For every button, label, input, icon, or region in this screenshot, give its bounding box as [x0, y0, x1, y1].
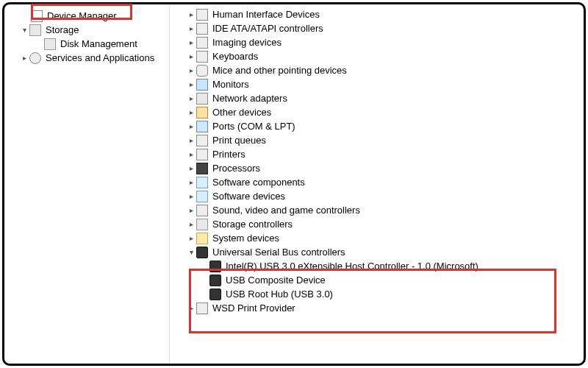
- storage-icon: [29, 24, 41, 36]
- usb-icon: [196, 247, 208, 258]
- tree-item-label: Network adapters: [211, 92, 289, 105]
- keyboard-icon: [196, 51, 208, 63]
- tree-item-wsd-print-provider[interactable]: ▸ WSD Print Provider: [173, 301, 578, 315]
- tree-item-storage[interactable]: ▾ Storage: [9, 23, 166, 37]
- tree-item-label: WSD Print Provider: [211, 302, 297, 314]
- tree-item-label: Keyboards: [211, 50, 259, 63]
- mouse-icon: [196, 65, 208, 77]
- chevron-right-icon[interactable]: ▸: [186, 234, 196, 242]
- tree-item-swdev[interactable]: ▸Software devices: [173, 189, 578, 203]
- tree-item-label: USB Root Hub (USB 3.0): [224, 288, 334, 300]
- mmc-left-pane: Device Manager ▾ Storage Disk Management…: [4, 4, 170, 364]
- tree-item-swcomp[interactable]: ▸Software components: [173, 175, 578, 189]
- tree-item-sound[interactable]: ▸Sound, video and game controllers: [173, 203, 578, 217]
- tree-item-label: Human Interface Devices: [211, 8, 321, 21]
- tree-item-label: Device Manager: [46, 10, 118, 22]
- processor-icon: [196, 163, 208, 174]
- usb-icon: [209, 261, 221, 272]
- tree-item-label: Disk Management: [59, 38, 139, 50]
- tree-item-label: Processors: [211, 162, 262, 174]
- chevron-right-icon[interactable]: ▸: [186, 10, 196, 18]
- software-icon: [196, 177, 208, 188]
- tree-item-usb-device[interactable]: Intel(R) USB 3.0 eXtensible Host Control…: [173, 259, 578, 273]
- tree-item-label: Intel(R) USB 3.0 eXtensible Host Control…: [224, 260, 480, 272]
- chevron-right-icon[interactable]: ▸: [186, 206, 196, 214]
- chevron-right-icon[interactable]: ▸: [186, 192, 196, 200]
- monitor-icon: [196, 79, 208, 91]
- chevron-right-icon[interactable]: ▸: [186, 80, 196, 88]
- usb-icon: [209, 289, 221, 300]
- device-manager-tree: ▸Human Interface Devices▸IDE ATA/ATAPI c…: [170, 4, 584, 364]
- tree-item-printers[interactable]: ▸Printers: [173, 147, 578, 161]
- chevron-right-icon[interactable]: ▸: [186, 94, 196, 102]
- tree-item-label: Software components: [211, 176, 306, 188]
- network-icon: [196, 93, 208, 105]
- tree-item-label: Storage: [44, 24, 81, 36]
- tree-item-label: Sound, video and game controllers: [211, 204, 362, 216]
- imaging-icon: [196, 37, 208, 49]
- chevron-right-icon[interactable]: ▸: [186, 122, 196, 130]
- chevron-right-icon[interactable]: ▸: [186, 150, 196, 158]
- tree-item-usb-device[interactable]: USB Root Hub (USB 3.0): [173, 287, 578, 301]
- chevron-down-icon[interactable]: ▾: [19, 26, 29, 34]
- printer-icon: [196, 149, 208, 160]
- tree-item-hid[interactable]: ▸Human Interface Devices: [173, 7, 578, 21]
- chevron-right-icon[interactable]: ▸: [186, 38, 196, 46]
- system-devices-icon: [196, 233, 208, 244]
- tree-item-label: Printers: [211, 148, 247, 160]
- chevron-right-icon[interactable]: ▸: [186, 24, 196, 32]
- device-manager-icon: [31, 10, 43, 22]
- storage-controller-icon: [196, 219, 208, 230]
- chevron-right-icon[interactable]: ▸: [186, 220, 196, 228]
- tree-item-ide[interactable]: ▸IDE ATA/ATAPI controllers: [173, 21, 578, 35]
- chevron-down-icon[interactable]: ▾: [186, 248, 196, 256]
- chevron-right-icon[interactable]: ▸: [186, 304, 196, 312]
- tree-item-keyboards[interactable]: ▸Keyboards: [173, 49, 578, 63]
- usb-icon: [209, 275, 221, 286]
- tree-item-label: Print queues: [211, 134, 268, 146]
- services-icon: [29, 52, 41, 64]
- chevron-right-icon[interactable]: ▸: [186, 136, 196, 144]
- tree-item-services-and-applications[interactable]: ▸ Services and Applications: [9, 51, 166, 65]
- tree-item-other[interactable]: ▸Other devices: [173, 105, 578, 119]
- disk-management-icon: [44, 38, 56, 50]
- tree-item-label: Monitors: [211, 78, 251, 91]
- tree-item-label: Ports (COM & LPT): [211, 120, 297, 132]
- tree-item-usb-controllers[interactable]: ▾ Universal Serial Bus controllers: [173, 245, 578, 259]
- printer-icon: [196, 302, 208, 314]
- tree-item-network[interactable]: ▸Network adapters: [173, 91, 578, 105]
- tree-item-printq[interactable]: ▸Print queues: [173, 133, 578, 147]
- chevron-right-icon[interactable]: ▸: [186, 108, 196, 116]
- tree-item-disk-management[interactable]: Disk Management: [9, 37, 166, 51]
- chevron-right-icon[interactable]: ▸: [186, 178, 196, 186]
- chevron-right-icon[interactable]: ▸: [186, 66, 196, 74]
- printer-icon: [196, 135, 208, 146]
- chevron-right-icon[interactable]: ▸: [186, 52, 196, 60]
- tree-item-label: Services and Applications: [44, 52, 156, 64]
- sound-icon: [196, 205, 208, 216]
- tree-item-usb-device[interactable]: USB Composite Device: [173, 273, 578, 287]
- chevron-right-icon[interactable]: ▸: [186, 164, 196, 172]
- tree-item-processors[interactable]: ▸Processors: [173, 161, 578, 175]
- tree-item-mice[interactable]: ▸Mice and other pointing devices: [173, 63, 578, 77]
- tree-item-label: System devices: [211, 232, 281, 244]
- tree-item-label: Storage controllers: [211, 218, 294, 230]
- chevron-right-icon[interactable]: ▸: [19, 54, 29, 62]
- tree-item-label: Imaging devices: [211, 36, 283, 49]
- tree-item-label: Universal Serial Bus controllers: [211, 246, 347, 258]
- tree-item-imaging[interactable]: ▸Imaging devices: [173, 35, 578, 49]
- tree-item-sysdev[interactable]: ▸System devices: [173, 231, 578, 245]
- tree-item-label: USB Composite Device: [224, 274, 327, 286]
- tree-item-label: IDE ATA/ATAPI controllers: [211, 22, 325, 35]
- tree-item-storctl[interactable]: ▸Storage controllers: [173, 217, 578, 231]
- tree-item-ports[interactable]: ▸Ports (COM & LPT): [173, 119, 578, 133]
- tree-item-label: Software devices: [211, 190, 287, 202]
- ide-icon: [196, 23, 208, 35]
- hid-icon: [196, 9, 208, 21]
- tree-item-monitors[interactable]: ▸Monitors: [173, 77, 578, 91]
- other-devices-icon: [196, 107, 208, 118]
- tree-item-device-manager[interactable]: Device Manager: [9, 9, 166, 23]
- software-icon: [196, 191, 208, 202]
- tree-item-label: Mice and other pointing devices: [211, 64, 348, 77]
- tree-item-label: Other devices: [211, 106, 273, 118]
